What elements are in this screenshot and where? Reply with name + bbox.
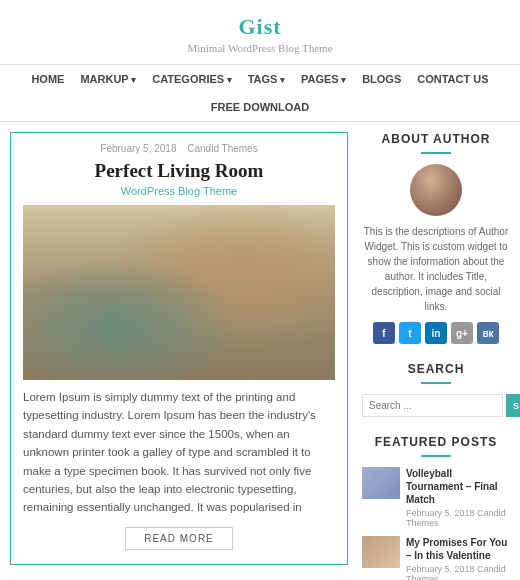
- featured-meta-1: February 5, 2018 Candid Themes: [406, 508, 510, 528]
- facebook-icon[interactable]: f: [373, 322, 395, 344]
- nav-item-markup[interactable]: MARKUP: [72, 65, 144, 93]
- featured-title-1[interactable]: Volleyball Tournament – Final Match: [406, 467, 510, 506]
- featured-item-1: Volleyball Tournament – Final Match Febr…: [362, 467, 510, 528]
- featured-meta-2: February 5, 2018 Candid Themes: [406, 564, 510, 580]
- nav-item-pages[interactable]: PAGES: [293, 65, 354, 93]
- search-wrap: SEARCH: [362, 394, 510, 417]
- author-avatar: [410, 164, 462, 216]
- nav-item-tags[interactable]: TAGS: [240, 65, 293, 93]
- nav-link-download[interactable]: FREE DOWNLOAD: [203, 93, 317, 121]
- featured-item-2: My Promises For You – In this Valentine …: [362, 536, 510, 580]
- nav-item-contact[interactable]: CONTACT US: [409, 65, 496, 93]
- main-nav: HOME MARKUP CATEGORIES TAGS PAGES BLOGS …: [0, 64, 520, 122]
- nav-link-pages[interactable]: PAGES: [293, 65, 354, 93]
- post-1-subtitle: WordPress Blog Theme: [23, 185, 335, 197]
- author-description: This is the descriptions of Author Widge…: [362, 224, 510, 314]
- featured-posts-title: FEATURED POSTS: [362, 435, 510, 449]
- search-button[interactable]: SEARCH: [506, 394, 520, 417]
- author-avatar-image: [410, 164, 462, 216]
- featured-date-1: February 5, 2018: [406, 508, 475, 518]
- vk-icon[interactable]: вк: [477, 322, 499, 344]
- featured-info-2: My Promises For You – In this Valentine …: [406, 536, 510, 580]
- search-title: SEARCH: [362, 362, 510, 376]
- sidebar: ABOUT AUTHOR This is the descriptions of…: [362, 132, 510, 580]
- featured-divider: [421, 455, 451, 457]
- nav-item-categories[interactable]: CATEGORIES: [144, 65, 239, 93]
- nav-item-blogs[interactable]: BLOGS: [354, 65, 409, 93]
- post-1-date: February 5, 2018: [100, 143, 176, 154]
- featured-thumb-2: [362, 536, 400, 568]
- read-more-wrap: READ MORE: [23, 527, 335, 550]
- featured-info-1: Volleyball Tournament – Final Match Febr…: [406, 467, 510, 528]
- featured-date-2: February 5, 2018: [406, 564, 475, 574]
- featured-thumb-1: [362, 467, 400, 499]
- nav-link-home[interactable]: HOME: [23, 65, 72, 93]
- post-1-excerpt: Lorem Ipsum is simply dummy text of the …: [23, 388, 335, 517]
- about-divider: [421, 152, 451, 154]
- page-layout: February 5, 2018 Candid Themes Perfect L…: [0, 122, 520, 580]
- nav-link-markup[interactable]: MARKUP: [72, 65, 144, 93]
- about-author-widget: ABOUT AUTHOR This is the descriptions of…: [362, 132, 510, 344]
- post-1-title: Perfect Living Room: [23, 160, 335, 182]
- nav-item-download[interactable]: FREE DOWNLOAD: [203, 93, 317, 121]
- about-author-title: ABOUT AUTHOR: [362, 132, 510, 146]
- search-widget: SEARCH SEARCH: [362, 362, 510, 417]
- googleplus-icon[interactable]: g+: [451, 322, 473, 344]
- twitter-icon[interactable]: t: [399, 322, 421, 344]
- nav-link-categories[interactable]: CATEGORIES: [144, 65, 239, 93]
- featured-posts-widget: FEATURED POSTS Volleyball Tournament – F…: [362, 435, 510, 580]
- featured-title-2[interactable]: My Promises For You – In this Valentine: [406, 536, 510, 562]
- nav-link-tags[interactable]: TAGS: [240, 65, 293, 93]
- post-card-1: February 5, 2018 Candid Themes Perfect L…: [10, 132, 348, 565]
- post-1-meta: February 5, 2018 Candid Themes: [23, 143, 335, 154]
- read-more-button[interactable]: READ MORE: [125, 527, 233, 550]
- nav-item-home[interactable]: HOME: [23, 65, 72, 93]
- post-1-image: [23, 205, 335, 380]
- site-tagline: Minimal WordPress Blog Theme: [0, 42, 520, 54]
- linkedin-icon[interactable]: in: [425, 322, 447, 344]
- site-title: Gist: [0, 14, 520, 40]
- search-input[interactable]: [362, 394, 503, 417]
- nav-link-blogs[interactable]: BLOGS: [354, 65, 409, 93]
- post-1-author: Candid Themes: [187, 143, 257, 154]
- search-divider: [421, 382, 451, 384]
- main-content: February 5, 2018 Candid Themes Perfect L…: [10, 132, 348, 580]
- nav-link-contact[interactable]: CONTACT US: [409, 65, 496, 93]
- post-1-image-inner: [23, 205, 335, 380]
- social-icons-group: f t in g+ вк: [362, 322, 510, 344]
- site-header: Gist Minimal WordPress Blog Theme: [0, 0, 520, 64]
